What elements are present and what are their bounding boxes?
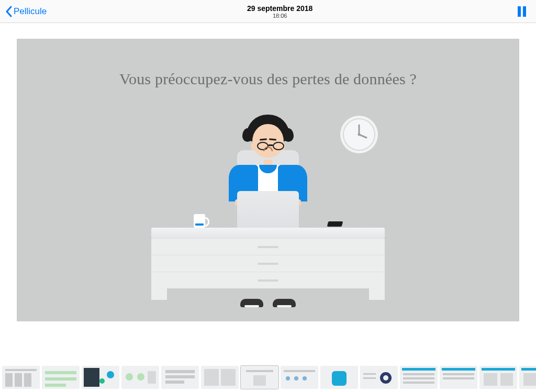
person [216, 119, 320, 201]
wall-clock-icon [340, 116, 378, 153]
slide-headline: Vous préoccupez-vous des pertes de donné… [17, 70, 519, 88]
chevron-left-icon [5, 6, 12, 17]
pause-icon [517, 5, 527, 18]
photo-date: 29 septembre 2018 [247, 4, 312, 13]
thumbnail[interactable] [360, 366, 398, 389]
thumbnail[interactable] [281, 366, 318, 389]
back-label: Pellicule [14, 6, 47, 17]
phone-icon [327, 221, 343, 227]
svg-rect-1 [523, 6, 526, 17]
svg-rect-0 [518, 6, 521, 17]
illustration [132, 109, 404, 308]
thumbnail[interactable] [161, 366, 199, 389]
laptop-icon [237, 191, 299, 232]
pause-button[interactable] [513, 3, 531, 20]
coffee-mug-icon [194, 214, 205, 228]
thumbnail-strip[interactable] [0, 364, 536, 392]
video-frame: Vous préoccupez-vous des pertes de donné… [17, 39, 519, 321]
thumbnail[interactable] [2, 366, 40, 389]
photo-time: 18:06 [247, 13, 312, 19]
thumbnail[interactable] [400, 366, 438, 389]
thumbnail[interactable] [519, 366, 536, 389]
thumbnail[interactable] [479, 366, 517, 389]
svg-point-5 [358, 133, 361, 136]
back-button[interactable]: Pellicule [5, 6, 47, 17]
thumbnail[interactable] [241, 366, 278, 389]
thumbnail[interactable] [42, 366, 80, 389]
thumbnail[interactable] [201, 366, 239, 389]
thumbnail[interactable] [440, 366, 477, 389]
thumbnail[interactable] [121, 366, 159, 389]
media-viewer[interactable]: Vous préoccupez-vous des pertes de donné… [0, 23, 536, 363]
nav-bar: Pellicule 29 septembre 2018 18:06 [0, 0, 536, 23]
shoes [240, 299, 296, 307]
thumbnail[interactable] [320, 366, 358, 389]
title-block: 29 septembre 2018 18:06 [247, 4, 312, 19]
desk [151, 228, 385, 300]
thumbnail[interactable] [82, 366, 119, 389]
